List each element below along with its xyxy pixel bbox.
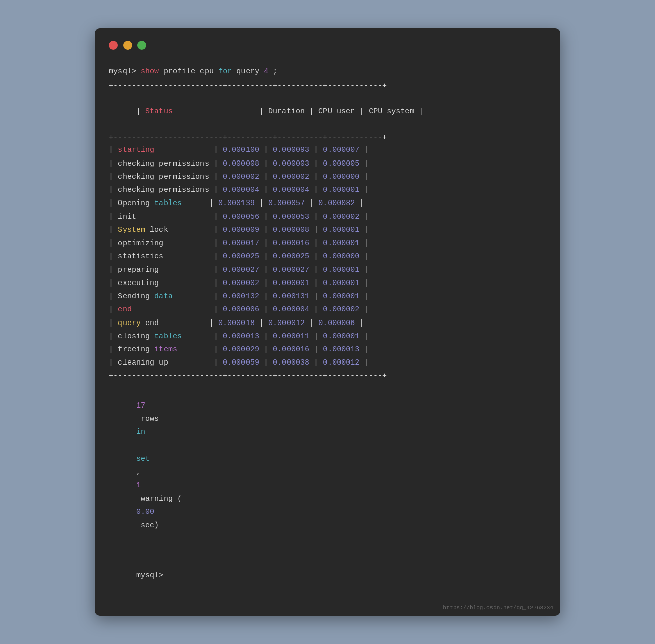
bottom-separator: +------------------------+----------+---… bbox=[109, 370, 546, 382]
cmd-query: query bbox=[236, 67, 259, 76]
in-text: in bbox=[136, 428, 145, 436]
table-row: | checking permissions | 0.000004 | 0.00… bbox=[109, 184, 546, 197]
cmd-num: 4 bbox=[264, 67, 268, 76]
header-cpu-system: CPU_system bbox=[369, 107, 414, 116]
cmd-semicolon: ; bbox=[273, 67, 277, 76]
rows-count: 17 bbox=[136, 401, 145, 410]
table-row: | executing | 0.000002 | 0.000001 | 0.00… bbox=[109, 277, 546, 290]
result-line: 17 rows in set , 1 warning ( 0.00 sec) bbox=[109, 386, 546, 546]
table-rows: | starting | 0.000100 | 0.000093 | 0.000… bbox=[109, 144, 546, 370]
table-row: | init | 0.000056 | 0.000053 | 0.000002 … bbox=[109, 211, 546, 224]
table-row: | Sending data | 0.000132 | 0.000131 | 0… bbox=[109, 290, 546, 303]
top-separator: +------------------------+----------+---… bbox=[109, 80, 546, 92]
command-line: mysql> show profile cpu for query 4 ; bbox=[109, 66, 546, 78]
terminal-window: mysql> show profile cpu for query 4 ; +-… bbox=[95, 28, 560, 616]
maximize-button[interactable] bbox=[137, 41, 146, 50]
table-header: | Status | Duration | CPU_user | CPU_sys… bbox=[109, 92, 546, 132]
time-val: 0.00 bbox=[136, 508, 154, 516]
warning-count: 1 bbox=[136, 481, 141, 490]
header-status: Status bbox=[145, 107, 173, 116]
table-row: | System lock | 0.000009 | 0.000008 | 0.… bbox=[109, 224, 546, 237]
table-row: | closing tables | 0.000013 | 0.000011 |… bbox=[109, 330, 546, 343]
cmd-cpu: cpu bbox=[200, 67, 214, 76]
mysql-prompt: mysql> bbox=[109, 67, 136, 76]
cursor-prompt: mysql> bbox=[136, 571, 163, 580]
cmd-profile: profile bbox=[163, 67, 195, 76]
watermark: https://blog.csdn.net/qq_42768234 bbox=[443, 605, 553, 611]
header-separator: +------------------------+----------+---… bbox=[109, 132, 546, 144]
table-row: | freeing items | 0.000029 | 0.000016 | … bbox=[109, 343, 546, 356]
header-cpu-user: CPU_user bbox=[318, 107, 355, 116]
cmd-show: show bbox=[141, 67, 159, 76]
close-button[interactable] bbox=[109, 41, 118, 50]
cursor-prompt-line: mysql> bbox=[109, 556, 546, 596]
minimize-button[interactable] bbox=[123, 41, 132, 50]
cmd-for: for bbox=[218, 67, 232, 76]
traffic-lights bbox=[109, 41, 546, 50]
table-row: | query end | 0.000018 | 0.000012 | 0.00… bbox=[109, 317, 546, 330]
table-row: | Opening tables | 0.000139 | 0.000057 |… bbox=[109, 197, 546, 210]
table-row: | preparing | 0.000027 | 0.000027 | 0.00… bbox=[109, 264, 546, 277]
header-duration: Duration bbox=[268, 107, 305, 116]
set-text: set bbox=[136, 455, 150, 463]
table-row: | statistics | 0.000025 | 0.000025 | 0.0… bbox=[109, 250, 546, 263]
terminal-content: mysql> show profile cpu for query 4 ; +-… bbox=[109, 66, 546, 596]
table-row: | cleaning up | 0.000059 | 0.000038 | 0.… bbox=[109, 356, 546, 370]
table-row: | optimizing | 0.000017 | 0.000016 | 0.0… bbox=[109, 237, 546, 250]
table-row: | checking permissions | 0.000008 | 0.00… bbox=[109, 157, 546, 171]
table-row: | checking permissions | 0.000002 | 0.00… bbox=[109, 171, 546, 184]
table-row: | starting | 0.000100 | 0.000093 | 0.000… bbox=[109, 144, 546, 157]
table-row: | end | 0.000006 | 0.000004 | 0.000002 | bbox=[109, 303, 546, 316]
